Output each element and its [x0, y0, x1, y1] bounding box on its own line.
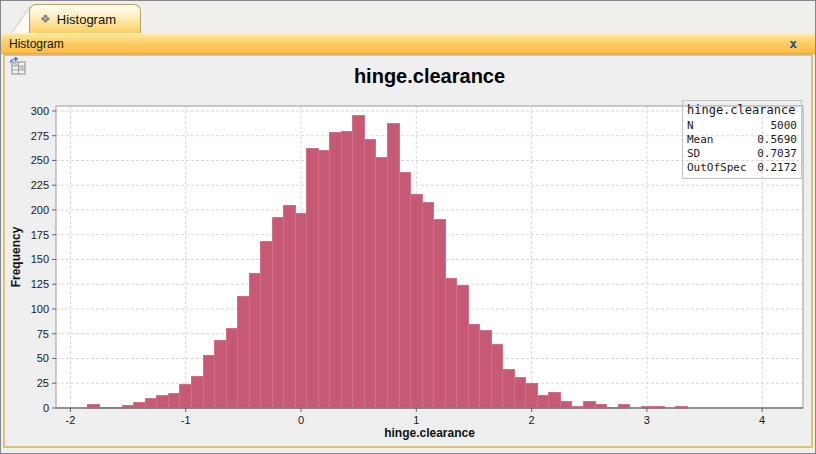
histogram-bar[interactable] — [284, 205, 296, 408]
histogram-bar[interactable] — [295, 214, 307, 408]
histogram-bar[interactable] — [307, 149, 319, 408]
x-tick-label: 0 — [298, 414, 304, 426]
legend-stat-value: 0.5690 — [757, 133, 797, 147]
histogram-bar[interactable] — [168, 393, 180, 408]
legend-stat-label: OutOfSpec — [687, 161, 747, 175]
legend-title: hinge.clearance — [687, 103, 797, 117]
histogram-bar[interactable] — [549, 392, 561, 408]
histogram-bar[interactable] — [503, 369, 515, 408]
histogram-bar[interactable] — [157, 395, 169, 408]
histogram-bar[interactable] — [330, 133, 342, 408]
stats-legend: hinge.clearance N 5000 Mean 0.5690 SD 0.… — [682, 100, 802, 179]
y-tick-label: 200 — [31, 204, 49, 216]
x-tick-label: -2 — [66, 414, 76, 426]
histogram-bar[interactable] — [238, 296, 250, 408]
histogram-bar[interactable] — [215, 341, 227, 408]
y-tick-label: 275 — [31, 130, 49, 142]
histogram-bar[interactable] — [272, 218, 284, 408]
histogram-bar[interactable] — [480, 331, 492, 408]
y-tick-label: 25 — [37, 377, 49, 389]
histogram-bar[interactable] — [399, 172, 411, 408]
y-tick-label: 300 — [31, 105, 49, 117]
legend-row: Mean 0.5690 — [687, 133, 797, 147]
x-tick-label: 4 — [759, 414, 765, 426]
histogram-bar[interactable] — [491, 345, 503, 408]
histogram-bar[interactable] — [203, 356, 215, 408]
y-tick-label: 100 — [31, 303, 49, 315]
x-tick-label: 3 — [644, 414, 650, 426]
legend-row: SD 0.7037 — [687, 147, 797, 161]
histogram-bar[interactable] — [560, 401, 572, 408]
legend-stat-label: N — [687, 119, 694, 133]
histogram-bar[interactable] — [583, 401, 595, 408]
y-tick-label: 250 — [31, 154, 49, 166]
histogram-bar[interactable] — [526, 383, 538, 408]
histogram-bar[interactable] — [353, 116, 365, 408]
legend-row: N 5000 — [687, 119, 797, 133]
y-axis-label: Frequency — [9, 197, 25, 317]
y-tick-label: 0 — [43, 402, 49, 414]
legend-stat-value: 0.7037 — [757, 147, 797, 161]
y-tick-label: 75 — [37, 328, 49, 340]
y-tick-label: 225 — [31, 179, 49, 191]
y-tick-label: 50 — [37, 352, 49, 364]
histogram-bar[interactable] — [514, 377, 526, 408]
x-tick-label: 1 — [413, 414, 419, 426]
histogram-bar[interactable] — [445, 278, 457, 408]
x-tick-label: 2 — [529, 414, 535, 426]
histogram-bar[interactable] — [376, 157, 388, 408]
y-tick-label: 125 — [31, 278, 49, 290]
histogram-bar[interactable] — [411, 194, 423, 408]
histogram-bar[interactable] — [364, 140, 376, 408]
histogram-bar[interactable] — [434, 220, 446, 408]
histogram-bar[interactable] — [134, 402, 146, 408]
legend-stat-label: SD — [687, 147, 700, 161]
histogram-bar[interactable] — [180, 384, 192, 408]
histogram-bar[interactable] — [387, 124, 399, 408]
legend-stat-label: Mean — [687, 133, 714, 147]
legend-row: OutOfSpec 0.2172 — [687, 161, 797, 175]
chart-title: hinge.clearance — [56, 65, 803, 88]
x-axis-label: hinge.clearance — [56, 426, 803, 440]
histogram-bar[interactable] — [191, 376, 203, 408]
histogram-bar[interactable] — [249, 273, 261, 408]
y-tick-label: 150 — [31, 253, 49, 265]
histogram-bar[interactable] — [341, 132, 353, 408]
app-window: ❖ Histogram Histogram x ts cs 0255075100… — [0, 0, 816, 454]
histogram-bar[interactable] — [468, 325, 480, 408]
legend-stat-value: 5000 — [771, 119, 798, 133]
histogram-bar[interactable] — [261, 242, 273, 408]
histogram-bar[interactable] — [537, 395, 549, 408]
histogram-bar[interactable] — [145, 398, 157, 408]
histogram-bar[interactable] — [226, 329, 238, 408]
histogram-bar[interactable] — [422, 202, 434, 408]
x-tick-label: -1 — [181, 414, 191, 426]
histogram-bar[interactable] — [318, 151, 330, 408]
y-tick-label: 175 — [31, 229, 49, 241]
legend-stat-value: 0.2172 — [757, 161, 797, 175]
histogram-bar[interactable] — [457, 285, 469, 408]
